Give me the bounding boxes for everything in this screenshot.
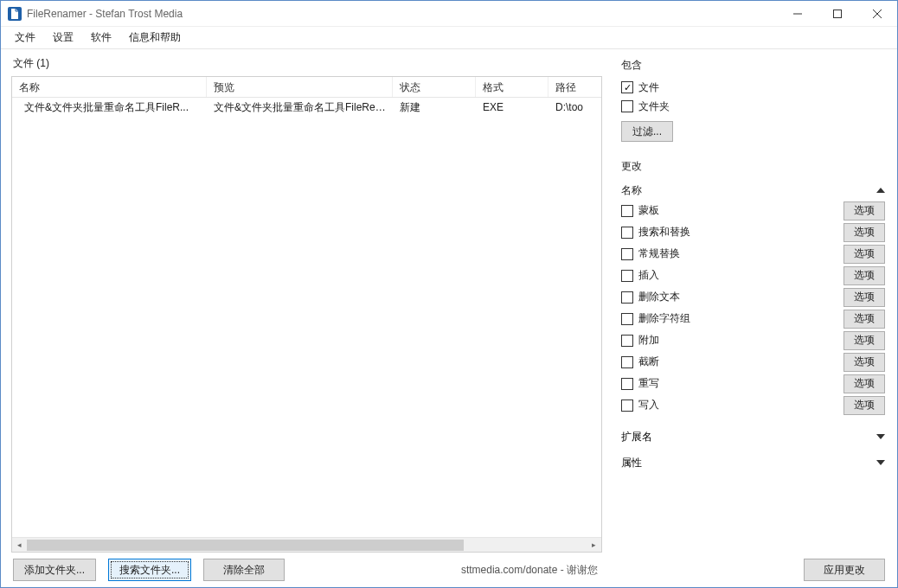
chevron-down-icon: [876, 460, 885, 465]
name-option-checkbox[interactable]: [621, 335, 633, 347]
name-option-left[interactable]: 重写: [621, 376, 659, 391]
name-option-label: 常规替换: [638, 246, 680, 261]
add-folder-button[interactable]: 添加文件夹...: [13, 559, 96, 581]
name-option-row: 重写选项: [621, 373, 885, 394]
file-list-pane: 文件 (1) 名称 预览 状态 格式 路径 文件&文件夹批量重命名工具FileR…: [1, 49, 602, 553]
name-option-left[interactable]: 删除文本: [621, 290, 680, 304]
options-pane: 包含 文件 文件夹 过滤... 更改 名称 蒙板选项搜索和替换选项常规替换选项插…: [602, 49, 897, 553]
name-option-row: 蒙板选项: [621, 200, 885, 221]
file-list-columns: 名称 预览 状态 格式 路径: [12, 77, 601, 98]
column-name[interactable]: 名称: [12, 77, 207, 97]
attr-section-header[interactable]: 属性: [621, 452, 885, 473]
file-list-header: 文件 (1): [11, 56, 602, 76]
name-option-row: 插入选项: [621, 265, 885, 286]
name-option-row: 删除字符组选项: [621, 308, 885, 329]
name-option-row: 搜索和替换选项: [621, 221, 885, 243]
name-option-label: 蒙板: [638, 203, 659, 218]
column-format[interactable]: 格式: [476, 77, 548, 97]
name-section-label: 名称: [621, 183, 642, 198]
name-option-settings-button[interactable]: 选项: [843, 353, 885, 372]
name-option-left[interactable]: 删除字符组: [621, 311, 690, 326]
name-option-label: 写入: [638, 398, 659, 412]
name-option-settings-button[interactable]: 选项: [843, 266, 885, 285]
name-option-checkbox[interactable]: [621, 356, 633, 368]
menu-settings[interactable]: 设置: [44, 27, 82, 48]
scroll-track[interactable]: [27, 539, 587, 552]
name-option-checkbox[interactable]: [621, 378, 633, 390]
name-option-settings-button[interactable]: 选项: [843, 331, 885, 350]
clear-all-button[interactable]: 清除全部: [203, 559, 285, 581]
horizontal-scrollbar[interactable]: ◂ ▸: [12, 537, 601, 552]
name-option-left[interactable]: 插入: [621, 268, 659, 283]
name-option-settings-button[interactable]: 选项: [843, 396, 885, 415]
cell-format: EXE: [476, 99, 548, 115]
search-folder-button[interactable]: 搜索文件夹...: [108, 559, 191, 581]
name-option-label: 插入: [638, 268, 659, 283]
menu-help[interactable]: 信息和帮助: [120, 27, 189, 48]
name-option-left[interactable]: 常规替换: [621, 246, 680, 261]
column-path[interactable]: 路径: [548, 77, 601, 97]
menu-file[interactable]: 文件: [6, 27, 44, 48]
close-button[interactable]: [857, 1, 897, 26]
name-option-settings-button[interactable]: 选项: [843, 201, 885, 220]
name-option-label: 截断: [638, 355, 659, 369]
file-list: 名称 预览 状态 格式 路径 文件&文件夹批量重命名工具FileR... 文件&…: [11, 76, 602, 553]
name-option-settings-button[interactable]: 选项: [843, 245, 885, 264]
minimize-button[interactable]: [778, 1, 818, 26]
name-option-label: 删除字符组: [638, 311, 690, 326]
close-icon: [873, 10, 882, 18]
name-option-left[interactable]: 截断: [621, 355, 659, 369]
include-folders-row[interactable]: 文件夹: [621, 97, 885, 116]
menu-bar: 文件 设置 软件 信息和帮助: [1, 27, 897, 49]
name-option-checkbox[interactable]: [621, 227, 633, 239]
name-option-label: 搜索和替换: [638, 225, 690, 240]
name-option-settings-button[interactable]: 选项: [843, 288, 885, 307]
ext-section-header[interactable]: 扩展名: [621, 426, 885, 447]
chevron-up-icon: [876, 188, 885, 193]
table-row[interactable]: 文件&文件夹批量重命名工具FileR... 文件&文件夹批量重命名工具FileR…: [12, 98, 601, 117]
name-option-row: 截断选项: [621, 351, 885, 373]
name-option-checkbox[interactable]: [621, 248, 633, 260]
include-group: 包含 文件 文件夹 过滤...: [621, 56, 885, 142]
filter-button[interactable]: 过滤...: [621, 121, 673, 142]
change-group: 更改 名称 蒙板选项搜索和替换选项常规替换选项插入选项删除文本选项删除字符组选项…: [621, 157, 885, 473]
change-title: 更改: [621, 157, 885, 179]
scroll-thumb[interactable]: [27, 540, 464, 551]
maximize-button[interactable]: [818, 1, 857, 26]
content-area: 文件 (1) 名称 预览 状态 格式 路径 文件&文件夹批量重命名工具FileR…: [1, 49, 897, 553]
title-bar: FileRenamer - Stefan Trost Media: [1, 1, 897, 27]
scroll-right-icon[interactable]: ▸: [587, 539, 601, 552]
column-status[interactable]: 状态: [393, 77, 476, 97]
ext-section-label: 扩展名: [621, 430, 652, 444]
bottom-left-buttons: 添加文件夹... 搜索文件夹... 清除全部: [13, 559, 285, 581]
window-title: FileRenamer - Stefan Trost Media: [27, 8, 778, 20]
cell-status: 新建: [393, 99, 476, 117]
name-option-settings-button[interactable]: 选项: [843, 310, 885, 329]
file-list-body[interactable]: 文件&文件夹批量重命名工具FileR... 文件&文件夹批量重命名工具FileR…: [12, 98, 601, 537]
column-preview[interactable]: 预览: [207, 77, 393, 97]
include-files-checkbox[interactable]: [621, 81, 633, 93]
name-option-settings-button[interactable]: 选项: [843, 374, 885, 393]
donate-link[interactable]: sttmedia.com/donate - 谢谢您: [461, 564, 598, 576]
name-option-left[interactable]: 写入: [621, 398, 659, 412]
include-files-row[interactable]: 文件: [621, 78, 885, 97]
name-option-left[interactable]: 附加: [621, 333, 659, 348]
name-option-checkbox[interactable]: [621, 205, 633, 217]
name-option-checkbox[interactable]: [621, 399, 633, 412]
apply-changes-button[interactable]: 应用更改: [804, 559, 885, 581]
name-option-left[interactable]: 搜索和替换: [621, 225, 690, 240]
menu-software[interactable]: 软件: [82, 27, 120, 48]
name-option-left[interactable]: 蒙板: [621, 203, 659, 218]
name-option-checkbox[interactable]: [621, 291, 633, 304]
scroll-left-icon[interactable]: ◂: [12, 539, 27, 552]
cell-path: D:\too: [548, 99, 601, 115]
name-option-checkbox[interactable]: [621, 313, 633, 325]
name-option-row: 常规替换选项: [621, 243, 885, 265]
cell-preview: 文件&文件夹批量重命名工具FileRen...: [207, 99, 393, 117]
name-option-checkbox[interactable]: [621, 270, 633, 282]
name-section-header[interactable]: 名称: [621, 181, 885, 200]
chevron-down-icon: [876, 434, 885, 439]
name-option-settings-button[interactable]: 选项: [843, 223, 885, 242]
minimize-icon: [793, 10, 802, 18]
include-folders-checkbox[interactable]: [621, 100, 633, 112]
